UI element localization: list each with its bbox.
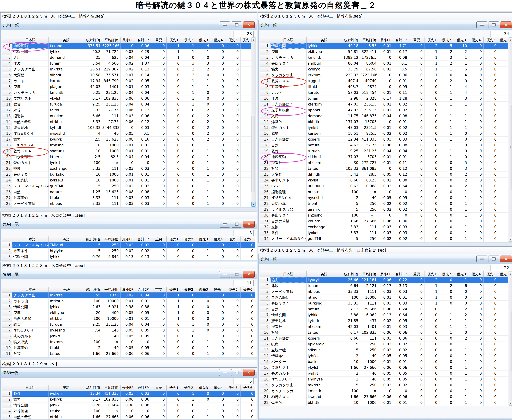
table-row[interactable]: 26捏造物理ntzbtr100+∞00000100 <box>260 189 508 195</box>
table-row[interactable]: 4暴落３０４shdburk86.04860.40.010.1012100 <box>260 61 508 67</box>
minimize-button[interactable] <box>219 22 230 28</box>
column-header[interactable]: 優先4 <box>211 385 226 391</box>
column-header[interactable]: 統計評価 <box>342 37 360 43</box>
column-header[interactable]: 優先4 <box>469 37 484 43</box>
column-header[interactable]: 合計EP <box>393 37 409 43</box>
scrollbar-track[interactable] <box>508 42 512 237</box>
table-row[interactable]: 1クラカタウ山mkrkta5513750.020.040101000 <box>2 292 256 298</box>
table-row[interactable]: 19敦賀turuga9.25231.250.040.04001000 <box>260 148 508 154</box>
table-row[interactable]: 21捏造神ntzukm30272.7270.010.11000500 <box>260 160 508 166</box>
column-header[interactable]: 優先1 <box>425 37 439 43</box>
table-row[interactable]: 5暴落３０４burkshd33.3311110.030.03010000 <box>260 300 508 306</box>
column-header[interactable]: 重要 <box>151 385 167 391</box>
scrollbar-thumb[interactable] <box>252 116 255 192</box>
column-header[interactable]: 優先1 <box>425 271 439 277</box>
vertical-scrollbar[interactable]: ▲▼ <box>508 37 512 242</box>
table-row[interactable]: 2必要条件htyjykn52500.020.020001000 <box>2 248 256 254</box>
column-header[interactable]: 優先5 <box>226 385 241 391</box>
column-header[interactable]: 合計EP <box>135 385 151 391</box>
result-count-box[interactable]: 28 <box>233 30 254 37</box>
table-row[interactable]: 21銃のカルトjynkrt100+∞00000100 <box>2 160 251 166</box>
column-header[interactable]: 日本語 <box>12 236 49 242</box>
table-row[interactable]: 8疫病plague42.0314010.010.03001100 <box>2 84 251 90</box>
table-row[interactable]: 20口永良部島ktnerb2.562.50.040.04000100 <box>2 154 251 160</box>
table-row[interactable]: 18自然nature4.6257.750.080.08001000 <box>260 142 508 148</box>
table-row[interactable]: 11敦賀turuga9.25231.250.040.04001000 <box>2 102 251 107</box>
close-button[interactable]: ✕ <box>243 221 255 227</box>
table-row[interactable]: 28ノーベル賞嘘nblpus3.331110.030.03000100 <box>2 201 251 207</box>
table-row[interactable]: 20カムチャッカkmchtk100+∞00000100 <box>260 388 508 394</box>
column-header[interactable]: 優先3 <box>196 385 211 391</box>
search-window-titlebar[interactable]: 検索[２０１８１２２８ｍ＿米ロ会談中止.sea] <box>0 262 257 269</box>
table-row[interactable]: 9カムチャッカkmchtk9.25231.250.040.04001000 <box>2 90 251 96</box>
table-row[interactable]: 3カムチャッカkmchtk1382.1217276.500.08012100 <box>260 55 508 61</box>
column-header[interactable]: 平均評価 <box>360 37 378 43</box>
column-header[interactable]: 優先4 <box>211 287 226 292</box>
close-button[interactable]: ✕ <box>243 271 255 278</box>
table-row[interactable]: 3情報公開jyhkki0.765.8460.130.130001000 <box>2 254 256 260</box>
table-row[interactable]: 2津波tunami6.642.1210.173.13012600 <box>260 283 508 289</box>
table-row[interactable]: 18FRBN３０４frbnshd1010000.010.01000100 <box>2 142 251 148</box>
table-row[interactable]: 6クラカタウ山krktum223.333722.16600.06010400 <box>260 72 508 78</box>
column-header[interactable]: 優先5 <box>226 236 241 242</box>
table-row[interactable]: 9噴火津波fnktnm100+∞000001000 <box>2 339 256 345</box>
table-row[interactable]: 1情報公開jyhkki40.188.530.014.710251000 <box>260 43 508 49</box>
close-button[interactable]: ✕ <box>243 22 255 28</box>
table-row[interactable]: 4対等価値titukc100+∞000001000 <box>2 408 256 414</box>
column-header[interactable]: 統計評価 <box>84 385 102 391</box>
maximize-button[interactable] <box>231 369 242 376</box>
scroll-up-button[interactable]: ▲ <box>509 271 512 276</box>
column-header[interactable]: 英語 <box>49 287 84 292</box>
maximize-button[interactable] <box>231 22 242 28</box>
table-row[interactable]: 13入用demand11.75146.8750.040.08001100 <box>260 113 508 119</box>
scrollbar-thumb[interactable] <box>509 105 512 190</box>
table-row[interactable]: 3入用demand256250.040.04010000 <box>2 55 251 61</box>
column-header[interactable]: 最小EP <box>121 385 135 391</box>
table-row[interactable]: 3情報公開jyhkki0.260.6840.380.380001000 <box>2 403 256 408</box>
table-row[interactable]: 28天変地異tnpnti52500.020.02000100 <box>260 201 508 207</box>
table-row[interactable]: 8対等価値titukt493.7987400.05001400 <box>260 84 508 90</box>
column-header[interactable]: 優先4 <box>469 271 484 277</box>
list-window-titlebar[interactable]: 集約一覧✕ <box>259 20 512 30</box>
column-header[interactable]: 優先6 <box>241 287 255 292</box>
search-window-titlebar[interactable]: 検索[２０１８１２２５ｍ＿米ロ会談中止＿情報布告.sea] <box>0 12 257 20</box>
vertical-scrollbar[interactable]: ▲▼ <box>251 37 256 207</box>
table-row[interactable]: 5自然の希望ntrkbu100100000.010.010100000 <box>2 316 256 322</box>
table-row[interactable]: 24要求リストykylst6.6683.250.020.08000200 <box>260 178 508 183</box>
table-row[interactable]: 1地殻変動tkkhnd373.516225.16600.06011400 <box>2 43 251 49</box>
column-header[interactable]: 英語 <box>306 271 342 277</box>
result-count-box[interactable]: 11 <box>233 280 254 286</box>
list-window-titlebar[interactable]: 集約一覧✕ <box>1 368 257 378</box>
table-row[interactable]: 10対等価値titukt2400.050.050001000 <box>2 345 256 351</box>
table-row[interactable]: 17銃のカルトjynkrt2400.050.05000100 <box>260 371 508 376</box>
table-row[interactable]: 22対等taitou103.33861.08300.12000300 <box>260 166 508 172</box>
table-row[interactable]: 5協力kyhryk33.7967.580.020.5011600 <box>260 67 508 72</box>
column-header[interactable]: 優先2 <box>181 236 196 242</box>
column-header[interactable]: 優先6 <box>241 385 255 391</box>
scrollbar-track[interactable] <box>508 277 512 401</box>
minimize-button[interactable] <box>219 221 230 227</box>
column-header[interactable]: 統計評価 <box>342 271 360 277</box>
list-window-titlebar[interactable]: 集約一覧✕ <box>259 254 512 264</box>
maximize-button[interactable] <box>488 255 499 262</box>
scrollbar-track[interactable] <box>251 42 256 202</box>
table-row[interactable]: 15バーターbarter1010000.010.01000100 <box>260 359 508 365</box>
table-row[interactable]: 32交換exchange3.331110.030.03000100 <box>260 224 508 230</box>
table-row[interactable]: 19クラカタウ山mkrkta52500.020.02000100 <box>260 382 508 388</box>
table-row[interactable]: 19敦賀３０４shdturu1010000.010.01000100 <box>2 148 251 154</box>
column-header[interactable]: 優先2 <box>181 385 196 391</box>
column-header[interactable]: 合計EP <box>135 236 151 242</box>
table-row[interactable]: 2情報公開jyhkki20.871.7240.030.29011100 <box>2 49 251 55</box>
table-row[interactable]: 24FRB恐慌kykFRB1010000.010.01000100 <box>2 178 251 183</box>
search-window-titlebar[interactable]: 検索[２０１８１２３１ｍ＿米ロ会談中止＿情報布告＿口永良部島.sea] <box>258 247 512 254</box>
table-row[interactable]: 16感染kansen18.51925.50.020.02001000 <box>260 131 508 137</box>
table-row[interactable]: 6大変動dihndu10.5875.5710.070.14002000 <box>2 72 251 78</box>
column-header[interactable]: 日本語 <box>12 385 49 391</box>
vertical-scrollbar[interactable]: ▲▼ <box>508 271 512 406</box>
column-header[interactable]: 重要 <box>151 236 167 242</box>
minimize-button[interactable] <box>219 369 230 376</box>
table-row[interactable]: 25スリーマイル島３０４gudTMI52500.020.02000100 <box>2 183 251 189</box>
table-row[interactable]: 9捏造神ntzukm42.0314010.010.03001100 <box>260 324 508 330</box>
table-row[interactable]: 12原子炉損傷npphki47.032351.50.010.02001100 <box>260 107 508 113</box>
column-header[interactable]: 日本語 <box>12 37 49 43</box>
